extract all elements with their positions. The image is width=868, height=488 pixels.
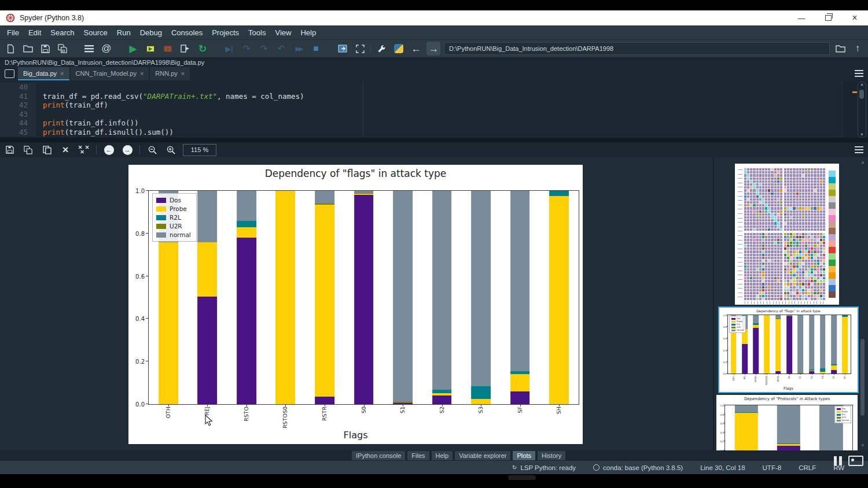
save-all-plots-button[interactable] — [22, 143, 35, 156]
scroll-down-icon[interactable]: ▼ — [858, 132, 866, 136]
stop-debug-button[interactable]: ■ — [309, 42, 323, 56]
menu-edit[interactable]: Edit — [24, 28, 46, 37]
debug-step-over-button[interactable]: ↷ — [240, 42, 253, 56]
tab-close-icon[interactable]: × — [140, 70, 144, 77]
thumbnail-protocols-plot[interactable]: Dependency of "Protocols" in Attack type… — [716, 395, 858, 450]
heatmap-cell — [768, 283, 770, 285]
bottom-tab-files[interactable]: Files — [407, 451, 429, 460]
zoom-out-button[interactable] — [146, 143, 159, 156]
heatmap-cell — [811, 210, 813, 213]
run-cell-advance-button[interactable]: ▶ — [161, 42, 175, 56]
bottom-tab-variable-explorer[interactable]: Variable explorer — [455, 451, 510, 460]
heatmap-cell — [811, 274, 813, 276]
thumbnails-scrollbar-thumb[interactable] — [860, 339, 865, 416]
zoom-in-button[interactable] — [164, 143, 177, 156]
heatmap-cell — [787, 254, 789, 256]
run-selection-button[interactable] — [178, 42, 192, 56]
conda-status[interactable]: conda: base (Python 3.8.5) — [593, 464, 683, 471]
bar-segment-r2l — [820, 368, 826, 372]
bottom-tab-plots[interactable]: Plots — [513, 451, 535, 460]
save-all-button[interactable] — [56, 42, 69, 56]
menu-file[interactable]: File — [2, 28, 24, 37]
menu-debug[interactable]: Debug — [135, 28, 167, 37]
x-axis-label: Flags — [719, 386, 858, 391]
tab-close-icon[interactable]: × — [181, 70, 185, 77]
minimize-button[interactable]: — — [788, 10, 815, 25]
maximize-pane-button[interactable] — [336, 42, 350, 56]
browse-tabs-icon[interactable] — [5, 69, 14, 78]
debug-file-button[interactable]: ▶| — [222, 42, 236, 56]
heatmap-cell — [820, 180, 822, 183]
thumbnails-scroll-down-icon[interactable]: ▼ — [860, 443, 866, 448]
heatmap-cell — [808, 289, 810, 291]
remove-all-plots-button[interactable]: ✕ ✕ ✕ — [78, 143, 90, 156]
menu-consoles[interactable]: Consoles — [167, 28, 207, 37]
back-button[interactable]: ← — [409, 42, 423, 56]
open-file-button[interactable] — [21, 42, 35, 56]
heatmap-cell — [808, 295, 810, 297]
heatmap-cell — [796, 171, 799, 173]
forward-button[interactable]: → — [426, 42, 440, 56]
zoom-level-input[interactable] — [183, 144, 216, 156]
parent-directory-button[interactable]: ↑ — [851, 42, 865, 56]
pane-splitter[interactable] — [0, 138, 868, 142]
tools-button[interactable] — [374, 42, 388, 56]
heatmap-cell — [802, 271, 804, 273]
menu-tools[interactable]: Tools — [244, 28, 270, 37]
thumbnails-scrollbar[interactable]: ▲ ▼ — [860, 160, 866, 448]
working-directory-input[interactable] — [444, 42, 830, 55]
heatmap-cell — [817, 174, 819, 176]
restore-button[interactable] — [815, 10, 841, 25]
fullscreen-button[interactable] — [353, 42, 367, 56]
restore-icon — [825, 15, 832, 21]
menu-projects[interactable]: Projects — [207, 28, 244, 37]
bottom-tab-history[interactable]: History — [538, 451, 565, 460]
editor-tab-cnn_train_model.py[interactable]: CNN_Train_Model.py× — [71, 67, 149, 80]
menu-source[interactable]: Source — [79, 28, 112, 37]
menu-search[interactable]: Search — [46, 28, 79, 37]
heatmap-cell — [756, 280, 759, 282]
maximize-pane-icon — [338, 45, 347, 53]
menu-run[interactable]: Run — [112, 28, 135, 37]
next-plot-button[interactable]: → — [121, 143, 134, 156]
save-button[interactable] — [38, 42, 52, 56]
thumbnail-flags-plot-selected[interactable]: Dependency of "flags" in attack type0.00… — [718, 306, 859, 393]
bottom-tab-help[interactable]: Help — [432, 451, 453, 460]
debug-continue-button[interactable]: ▶▶ — [292, 42, 306, 56]
video-thumbnail-button[interactable] — [848, 456, 863, 466]
thumbnail-heatmap-plot[interactable] — [735, 164, 839, 305]
heatmap-cell — [750, 257, 752, 259]
debug-step-out-button[interactable]: ↶ — [274, 42, 288, 56]
editor-tab-big_data.py[interactable]: Big_data.py× — [18, 67, 69, 80]
editor-tab-rnn.py[interactable]: RNN.py× — [150, 67, 190, 80]
browse-directory-button[interactable] — [833, 42, 847, 56]
menu-view[interactable]: View — [270, 28, 296, 37]
scroll-up-icon[interactable]: ▲ — [858, 82, 866, 86]
previous-plot-button[interactable]: ← — [102, 143, 115, 156]
save-plot-button[interactable] — [3, 143, 16, 156]
run-cell-button[interactable]: ▶ — [144, 42, 157, 56]
file-switcher-button[interactable] — [82, 42, 96, 56]
new-file-button[interactable] — [3, 42, 17, 56]
copy-plot-button[interactable] — [41, 143, 53, 156]
tab-close-icon[interactable]: × — [60, 70, 64, 77]
thumbnails-scroll-up-icon[interactable]: ▲ — [860, 160, 866, 165]
rerun-cell-button[interactable]: ↻ — [196, 42, 209, 56]
python-env-button[interactable] — [392, 42, 406, 56]
heatmap-cell — [780, 180, 782, 183]
heatmap-cell — [771, 245, 773, 247]
editor-options-menu-button[interactable] — [855, 70, 863, 77]
menu-help[interactable]: Help — [296, 28, 321, 37]
symbol-finder-button[interactable]: @ — [100, 42, 113, 56]
bottom-tab-ipython-console[interactable]: IPython console — [352, 451, 405, 460]
debug-step-into-button[interactable]: ↷ — [257, 42, 271, 56]
heatmap-cell — [787, 213, 789, 216]
heatmap-cell — [814, 260, 816, 262]
plots-options-menu-button[interactable] — [855, 146, 863, 153]
close-button[interactable]: × — [841, 10, 868, 25]
run-file-button[interactable]: ▶ — [126, 42, 140, 56]
code-editor[interactable]: 4041train_df = pd.read_csv("DARPATrain+.… — [0, 80, 868, 138]
video-pause-button[interactable] — [832, 454, 844, 467]
editor-scrollbar-thumb[interactable] — [859, 90, 864, 99]
remove-plot-button[interactable]: ✕ — [59, 143, 72, 156]
